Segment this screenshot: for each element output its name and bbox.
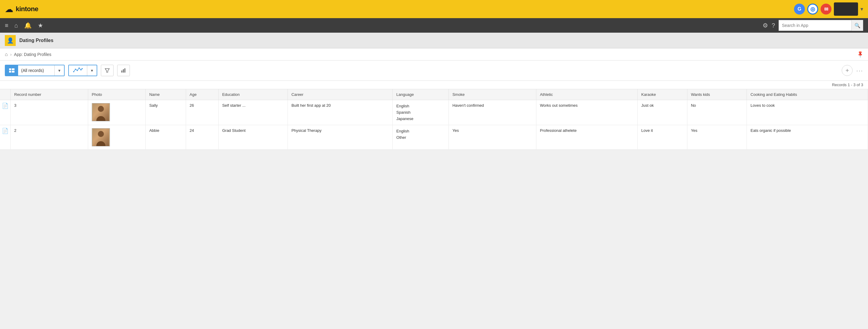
age-cell: 24 (186, 125, 218, 150)
col-education[interactable]: Education (218, 89, 287, 100)
bell-icon[interactable]: 🔔 (24, 22, 32, 29)
graph-button[interactable]: ▾ (68, 65, 97, 76)
app-icon: 👤 (5, 35, 16, 46)
row-icon-cell: 📄 (0, 100, 10, 125)
breadcrumb-bar: ⌂ › App: Dating Profiles 📌 (0, 48, 868, 60)
breadcrumb-home-icon[interactable]: ⌂ (5, 52, 8, 57)
col-record-number[interactable]: Record number (10, 89, 88, 100)
header-right: G ◎ ✉ ▾ (794, 2, 863, 16)
table-row: 📄 3 Sally 26 Self starter ... Built her … (0, 100, 868, 125)
svg-point-6 (77, 70, 78, 71)
add-record-button[interactable]: + (842, 65, 852, 76)
filter-button[interactable] (101, 65, 114, 76)
language-cell: English Spanish Japanese (393, 100, 449, 125)
education-cell: Self starter ... (218, 100, 287, 125)
photo-thumbnail (92, 103, 110, 121)
view-selector[interactable]: (All records) ▾ (5, 65, 65, 76)
languages-list: English Spanish Japanese (396, 103, 445, 122)
language-item: Japanese (396, 116, 445, 122)
col-language[interactable]: Language (393, 89, 449, 100)
search-input[interactable] (779, 23, 851, 28)
header-dropdown-arrow[interactable]: ▾ (861, 6, 863, 12)
col-career[interactable]: Career (287, 89, 392, 100)
pin-icon[interactable]: 📌 (856, 50, 864, 59)
education-cell: Grad Student (218, 125, 287, 150)
age-cell: 26 (186, 100, 218, 125)
cooking-cell: Loves to cook (747, 100, 868, 125)
records-count: Records 1 - 3 of 3 (832, 83, 863, 87)
col-athletic[interactable]: Athletic (536, 89, 637, 100)
svg-rect-0 (9, 68, 11, 70)
top-header: ☁ kintone G ◎ ✉ ▾ (0, 0, 868, 18)
col-age[interactable]: Age (186, 89, 218, 100)
photo-image (93, 129, 109, 146)
karaoke-cell: Love it (638, 125, 687, 150)
star-icon[interactable]: ★ (38, 22, 43, 29)
table-row: 📄 2 Abbie 24 Grad Student Physical Thera… (0, 125, 868, 150)
svg-point-5 (75, 68, 76, 70)
name-cell: Abbie (146, 125, 186, 150)
language-item: Other (396, 135, 445, 141)
table-container: Record number Photo Name Age Education C… (0, 89, 868, 150)
breadcrumb-text: App: Dating Profiles (14, 52, 51, 57)
google-icon[interactable]: G (794, 4, 805, 15)
svg-point-7 (79, 67, 80, 68)
logo-area: ☁ kintone (5, 4, 38, 14)
name-cell: Sally (146, 100, 186, 125)
language-item: English (396, 128, 445, 135)
smoke-cell: Yes (448, 125, 536, 150)
photo-image (93, 103, 109, 121)
avatar[interactable] (834, 2, 858, 16)
gear-icon[interactable]: ⚙ (763, 22, 768, 29)
view-label: (All records) (18, 68, 54, 73)
svg-rect-1 (12, 68, 14, 70)
toolbar: (All records) ▾ ▾ + · (0, 60, 868, 81)
col-name[interactable]: Name (146, 89, 186, 100)
svg-point-8 (80, 69, 82, 71)
search-box: 🔍 (779, 20, 863, 31)
col-cooking[interactable]: Cooking and Eating Habits (747, 89, 868, 100)
nav-bar: ≡ ⌂ 🔔 ★ ⚙ ? 🔍 (0, 18, 868, 33)
nav-right: ⚙ ? 🔍 (763, 20, 863, 31)
col-wants-kids[interactable]: Wants kids (687, 89, 747, 100)
svg-rect-3 (12, 71, 14, 73)
col-smoke[interactable]: Smoke (448, 89, 536, 100)
photo-cell (88, 100, 145, 125)
records-count-bar: Records 1 - 3 of 3 (0, 81, 868, 89)
athletic-cell: Professional athelete (536, 125, 637, 150)
smoke-cell: Haven't confirmed (448, 100, 536, 125)
graph-icon (69, 67, 87, 74)
chart-button[interactable] (117, 65, 130, 76)
search-button[interactable]: 🔍 (851, 20, 863, 31)
svg-rect-13 (124, 68, 125, 73)
photo-cell (88, 125, 145, 150)
home-nav-icon[interactable]: ⌂ (14, 22, 18, 29)
col-karaoke[interactable]: Karaoke (638, 89, 687, 100)
help-icon[interactable]: ? (772, 22, 775, 29)
career-cell: Built her first app at 20 (287, 100, 392, 125)
toolbar-right: + ··· (842, 65, 863, 76)
language-item: Spanish (396, 109, 445, 116)
svg-point-9 (82, 68, 83, 69)
wants-kids-cell: No (687, 100, 747, 125)
circle-o-icon[interactable]: ◎ (807, 4, 818, 15)
record-number-cell: 3 (10, 100, 88, 125)
mail-icon[interactable]: ✉ (820, 4, 832, 15)
view-dropdown-arrow[interactable]: ▾ (54, 65, 64, 76)
col-photo: Photo (88, 89, 145, 100)
karaoke-cell: Just ok (638, 100, 687, 125)
menu-icon[interactable]: ≡ (5, 22, 8, 29)
svg-rect-11 (121, 71, 122, 73)
graph-dropdown-arrow[interactable]: ▾ (87, 65, 97, 76)
wants-kids-cell: Yes (687, 125, 747, 150)
svg-point-4 (73, 71, 74, 72)
career-cell: Physical Therapy (287, 125, 392, 150)
row-icon-cell: 📄 (0, 125, 10, 150)
table-header-row: Record number Photo Name Age Education C… (0, 89, 868, 100)
cooking-cell: Eats organic if possible (747, 125, 868, 150)
kintone-logo-icon: ☁ (5, 4, 13, 14)
more-button[interactable]: ··· (856, 67, 863, 74)
athletic-cell: Works out sometimes (536, 100, 637, 125)
language-item: English (396, 103, 445, 109)
row-icon: 📄 (2, 128, 8, 134)
